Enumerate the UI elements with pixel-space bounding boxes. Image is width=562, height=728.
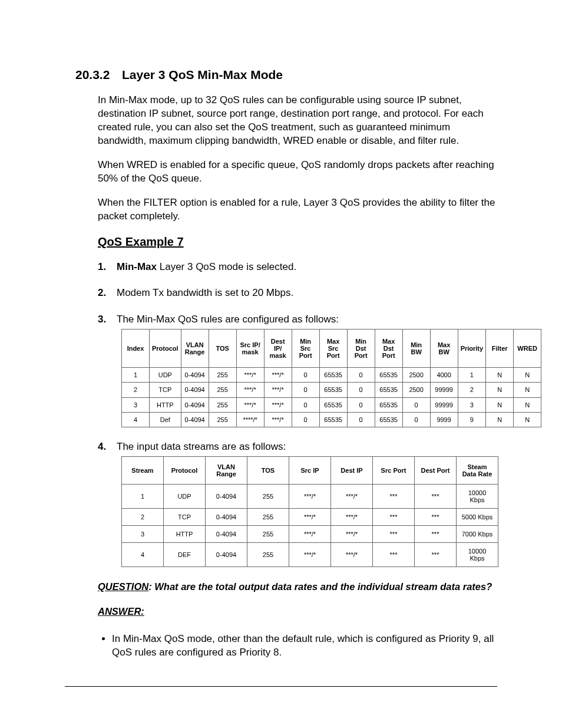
table-cell: 2500 <box>402 383 430 397</box>
table-cell: N <box>514 397 541 412</box>
table-cell: 2 <box>458 383 486 397</box>
step-number: 3. <box>98 313 106 327</box>
table-cell: ***/* <box>236 368 264 383</box>
th-min-bw: Min BW <box>402 330 430 368</box>
table-cell: 255 <box>209 412 236 427</box>
table-cell: 255 <box>247 508 289 525</box>
table-cell: N <box>514 412 541 427</box>
table-cell: *** <box>415 484 457 508</box>
th-vlan-range: VLAN Range <box>206 456 247 484</box>
table-cell: 4 <box>122 543 164 567</box>
table-row: 2TCP0-4094255***/****/*06553506553525009… <box>122 383 541 397</box>
question-label: QUESTION <box>98 581 148 592</box>
table-cell: 0 <box>347 383 375 397</box>
table-cell: HTTP <box>150 397 181 412</box>
table-body: 1UDP0-4094255***/****/*06553506553525004… <box>122 368 541 427</box>
th-index: Index <box>122 330 150 368</box>
table-cell: *** <box>373 525 415 542</box>
table-cell: UDP <box>164 484 206 508</box>
table-cell: 3 <box>458 397 486 412</box>
document-page: 20.3.2 Layer 3 QoS Min-Max Mode In Min-M… <box>0 0 562 728</box>
table-row: 4Def0-4094255****/****/*0655350655350999… <box>122 412 541 427</box>
list-item: In Min-Max QoS mode, other than the defa… <box>112 633 497 660</box>
table-cell: 0 <box>347 368 375 383</box>
table-cell: 0 <box>402 397 430 412</box>
table-cell: 65535 <box>319 412 347 427</box>
table-cell: TCP <box>150 383 181 397</box>
th-filter: Filter <box>486 330 514 368</box>
step-text: Layer 3 QoS mode is selected. <box>157 261 296 272</box>
th-vlan-range: VLAN Range <box>181 330 209 368</box>
table-cell: ***/* <box>264 368 292 383</box>
table-cell: 9999 <box>430 412 458 427</box>
table-cell: 255 <box>247 525 289 542</box>
table-cell: 0-4094 <box>181 383 209 397</box>
table-cell: 255 <box>247 484 289 508</box>
table-row: 1UDP0-4094255***/****/*******10000 Kbps <box>122 484 498 508</box>
table-row: 4DEF0-4094255***/****/*******10000 Kbps <box>122 543 498 567</box>
table-cell: N <box>486 397 514 412</box>
table-cell: 255 <box>209 368 236 383</box>
table-cell: *** <box>373 543 415 567</box>
paragraph: When WRED is enabled for a specific queu… <box>98 159 497 186</box>
table-cell: ***/* <box>236 383 264 397</box>
table-cell: 0 <box>292 412 319 427</box>
th-dest-port: Dest Port <box>415 456 457 484</box>
section-heading: 20.3.2 Layer 3 QoS Min-Max Mode <box>75 68 497 82</box>
table-cell: 0-4094 <box>181 368 209 383</box>
th-src-ip: Src IP/ mask <box>236 330 264 368</box>
table-cell: *** <box>373 508 415 525</box>
table-cell: ***/* <box>289 484 331 508</box>
step-number: 2. <box>98 286 106 300</box>
th-min-src-port: Min Src Port <box>292 330 319 368</box>
table-cell: 1 <box>122 368 150 383</box>
table-cell: 99999 <box>430 397 458 412</box>
table-cell: *** <box>373 484 415 508</box>
step-number: 1. <box>98 261 106 274</box>
table-body: 1UDP0-4094255***/****/*******10000 Kbps2… <box>122 484 498 567</box>
th-protocol: Protocol <box>150 330 181 368</box>
th-min-dst-port: Min Dst Port <box>347 330 375 368</box>
th-tos: TOS <box>209 330 236 368</box>
table-cell: 5000 Kbps <box>457 508 498 525</box>
steps-list: 1. Min-Max Layer 3 QoS mode is selected.… <box>98 261 497 568</box>
table-cell: 2 <box>122 508 164 525</box>
table-cell: *** <box>415 508 457 525</box>
step-bold: Min-Max <box>117 261 157 272</box>
body-content: In Min-Max mode, up to 32 QoS rules can … <box>98 94 497 660</box>
table-cell: ***/* <box>331 525 373 542</box>
table-header-row: Index Protocol VLAN Range TOS Src IP/ ma… <box>122 330 541 368</box>
step-number: 4. <box>98 440 106 454</box>
table-cell: 65535 <box>375 383 402 397</box>
th-tos: TOS <box>247 456 289 484</box>
table-cell: *** <box>415 525 457 542</box>
table-cell: 10000 Kbps <box>457 484 498 508</box>
step-text: The input data streams are as follows: <box>117 441 286 452</box>
table-row: 2TCP0-4094255***/****/*******5000 Kbps <box>122 508 498 525</box>
table-cell: 0-4094 <box>206 508 247 525</box>
example-heading: QoS Example 7 <box>98 234 497 250</box>
answer-bullets: In Min-Max QoS mode, other than the defa… <box>98 633 497 660</box>
table-cell: ***/* <box>331 484 373 508</box>
table-cell: 4000 <box>430 368 458 383</box>
table-cell: 0-4094 <box>206 484 247 508</box>
table-cell: 65535 <box>319 383 347 397</box>
list-item: 4. The input data streams are as follows… <box>98 440 497 568</box>
th-data-rate: Steam Data Rate <box>457 456 498 484</box>
table-cell: ***/* <box>289 525 331 542</box>
th-wred: WRED <box>514 330 541 368</box>
table-cell: 0-4094 <box>181 397 209 412</box>
question: QUESTION: What are the total output data… <box>98 580 497 593</box>
qos-rules-table: Index Protocol VLAN Range TOS Src IP/ ma… <box>121 329 541 427</box>
table-cell: 0 <box>292 397 319 412</box>
table-cell: 0 <box>292 368 319 383</box>
table-cell: TCP <box>164 508 206 525</box>
table-cell: 0 <box>402 412 430 427</box>
th-max-src-port: Max Src Port <box>319 330 347 368</box>
table-cell: Def <box>150 412 181 427</box>
table-header-row: Stream Protocol VLAN Range TOS Src IP De… <box>122 456 498 484</box>
table-cell: 0 <box>292 383 319 397</box>
table-cell: 255 <box>209 397 236 412</box>
table-cell: 0-4094 <box>206 543 247 567</box>
list-item: 3. The Min-Max QoS rules are configured … <box>98 313 497 427</box>
